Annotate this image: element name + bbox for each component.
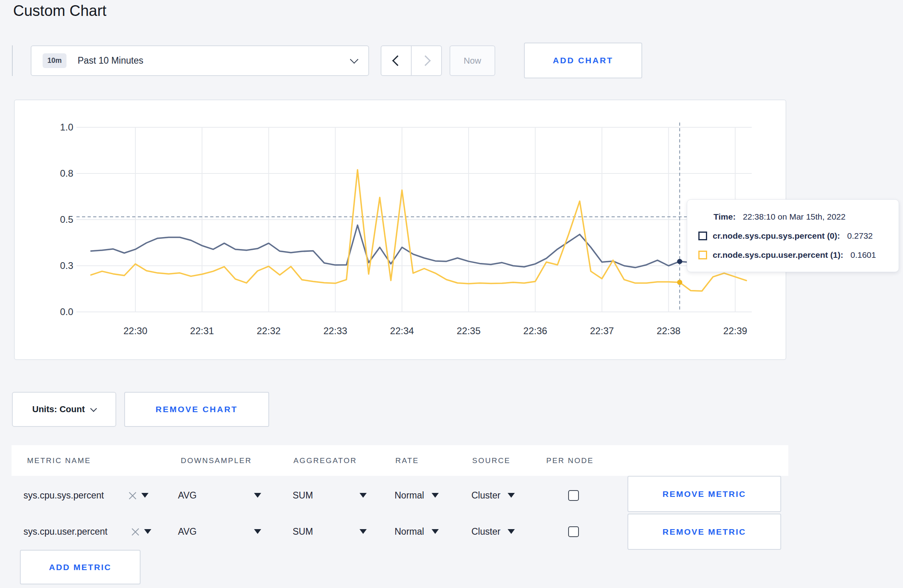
per-node-checkbox[interactable] — [568, 490, 579, 501]
series-line-0 — [91, 225, 746, 268]
caret-down-icon — [508, 529, 515, 534]
tooltip-series-label: cr.node.sys.cpu.sys.percent (0): — [713, 231, 840, 241]
add-chart-button[interactable]: ADD CHART — [524, 43, 642, 78]
tooltip-series-value: 0.2732 — [847, 231, 873, 241]
tooltip-series-value: 0.1601 — [850, 250, 876, 260]
tooltip-series-label: cr.node.sys.cpu.user.percent (1): — [713, 250, 843, 260]
y-axis-tick-label: 1.0 — [60, 122, 73, 132]
chart-plot-area[interactable]: 0.00.30.50.81.022:3022:3122:3222:3322:34… — [15, 100, 787, 361]
aggregator-select[interactable]: SUM — [293, 490, 313, 501]
metric-name-select[interactable]: sys.cpu.sys.percent — [23, 490, 104, 501]
clear-metric-icon[interactable] — [131, 528, 139, 535]
caret-down-icon — [141, 493, 149, 498]
clear-metric-icon[interactable] — [129, 491, 137, 499]
caret-down-icon — [432, 529, 439, 534]
caret-down-icon — [360, 493, 367, 498]
tooltip-series-row: cr.node.sys.cpu.sys.percent (0): 0.2732 — [698, 231, 899, 241]
chevron-down-icon — [350, 55, 358, 63]
prev-time-button[interactable] — [381, 46, 411, 75]
toolbar-divider — [12, 45, 13, 76]
caret-down-icon — [254, 493, 261, 498]
rate-select[interactable]: Normal — [395, 526, 424, 537]
time-nav-group — [381, 45, 442, 76]
column-header-aggregator: AGGREGATOR — [293, 445, 357, 476]
x-axis-tick-label: 22:35 — [457, 325, 481, 336]
remove-metric-button[interactable]: REMOVE METRIC — [627, 514, 781, 550]
source-select[interactable]: Cluster — [471, 490, 500, 501]
downsampler-select[interactable]: AVG — [178, 490, 197, 501]
tooltip-time-row: Time: 22:38:10 on Mar 15th, 2022 — [713, 212, 899, 222]
column-header-source: SOURCE — [472, 445, 510, 476]
remove-chart-button[interactable]: REMOVE CHART — [124, 392, 269, 427]
x-axis-tick-label: 22:38 — [657, 325, 680, 336]
time-range-select[interactable]: 10m Past 10 Minutes — [31, 45, 369, 76]
caret-down-icon — [254, 529, 261, 534]
chevron-left-icon — [392, 55, 403, 66]
crosshair-dot-1 — [677, 280, 682, 285]
custom-chart-page: Custom Chart 10m Past 10 Minutes Now ADD… — [0, 0, 903, 588]
chart-card: 0.00.30.50.81.022:3022:3122:3222:3322:34… — [14, 99, 786, 360]
aggregator-select[interactable]: SUM — [293, 526, 313, 537]
caret-down-icon — [432, 493, 439, 498]
remove-metric-button[interactable]: REMOVE METRIC — [627, 476, 781, 512]
crosshair-dot-0 — [677, 259, 682, 264]
source-select[interactable]: Cluster — [471, 526, 500, 537]
y-axis-tick-label: 0.8 — [60, 168, 73, 179]
tooltip-time-label: Time: — [713, 212, 736, 222]
downsampler-select[interactable]: AVG — [178, 526, 197, 537]
per-node-checkbox[interactable] — [568, 526, 579, 537]
chevron-right-icon — [420, 55, 431, 66]
column-header-rate: RATE — [395, 445, 419, 476]
x-axis-tick-label: 22:39 — [723, 325, 747, 336]
time-range-badge: 10m — [43, 53, 66, 68]
caret-down-icon — [144, 529, 151, 534]
add-metric-button[interactable]: ADD METRIC — [20, 550, 141, 584]
chevron-down-icon — [90, 405, 97, 412]
chart-tooltip: Time: 22:38:10 on Mar 15th, 2022 cr.node… — [687, 199, 899, 272]
rate-select[interactable]: Normal — [395, 490, 424, 501]
y-axis-tick-label: 0.3 — [60, 260, 73, 271]
y-axis-tick-label: 0.0 — [60, 306, 73, 317]
tooltip-series-row: cr.node.sys.cpu.user.percent (1): 0.1601 — [698, 250, 899, 260]
time-range-label: Past 10 Minutes — [78, 55, 143, 66]
x-axis-tick-label: 22:30 — [123, 325, 147, 336]
now-button[interactable]: Now — [450, 45, 495, 76]
series-line-1 — [91, 170, 746, 291]
column-header-downsampler: DOWNSAMPLER — [181, 445, 252, 476]
page-title: Custom Chart — [13, 2, 106, 19]
series-swatch-sys-icon — [698, 232, 707, 240]
tooltip-time-value: 22:38:10 on Mar 15th, 2022 — [743, 212, 846, 222]
metrics-table-header: METRIC NAME DOWNSAMPLER AGGREGATOR RATE … — [12, 445, 788, 476]
x-axis-tick-label: 22:36 — [523, 325, 547, 336]
metric-name-select[interactable]: sys.cpu.user.percent — [23, 526, 108, 537]
x-axis-tick-label: 22:33 — [323, 325, 347, 336]
x-axis-tick-label: 22:32 — [257, 325, 281, 336]
next-time-button[interactable] — [411, 46, 441, 75]
series-swatch-user-icon — [698, 251, 707, 259]
units-label: Units: Count — [32, 404, 85, 415]
x-axis-tick-label: 22:34 — [390, 325, 414, 336]
caret-down-icon — [360, 529, 367, 534]
column-header-metric-name: METRIC NAME — [27, 445, 91, 476]
x-axis-tick-label: 22:31 — [190, 325, 214, 336]
units-select[interactable]: Units: Count — [12, 392, 116, 427]
column-header-per-node: PER NODE — [546, 445, 594, 476]
x-axis-tick-label: 22:37 — [590, 325, 614, 336]
caret-down-icon — [508, 493, 515, 498]
y-axis-tick-label: 0.5 — [60, 214, 73, 225]
